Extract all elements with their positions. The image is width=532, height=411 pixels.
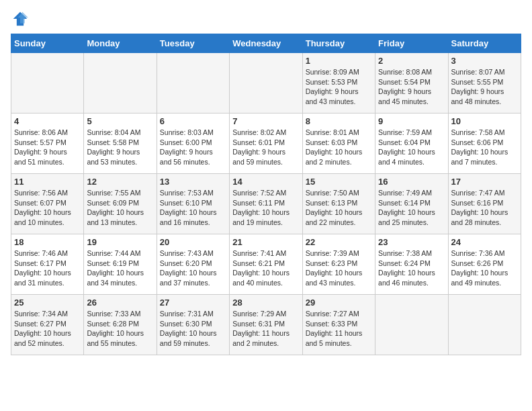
day-number: 9 xyxy=(378,116,445,126)
day-info: Sunrise: 8:08 AMSunset: 5:54 PMDaylight:… xyxy=(378,67,445,107)
calendar-cell: 22Sunrise: 7:39 AMSunset: 6:23 PMDayligh… xyxy=(302,234,375,295)
logo-icon xyxy=(12,11,28,27)
logo xyxy=(11,11,28,27)
calendar-cell: 20Sunrise: 7:43 AMSunset: 6:20 PMDayligh… xyxy=(157,234,229,295)
day-number: 8 xyxy=(306,116,372,126)
week-row-1: 1Sunrise: 8:09 AMSunset: 5:53 PMDaylight… xyxy=(11,53,521,113)
week-row-4: 18Sunrise: 7:46 AMSunset: 6:17 PMDayligh… xyxy=(11,234,521,295)
calendar-cell: 3Sunrise: 8:07 AMSunset: 5:55 PMDaylight… xyxy=(448,53,521,113)
day-info: Sunrise: 7:31 AMSunset: 6:30 PMDaylight:… xyxy=(160,309,226,349)
calendar-cell: 13Sunrise: 7:53 AMSunset: 6:10 PMDayligh… xyxy=(157,174,229,234)
day-info: Sunrise: 8:04 AMSunset: 5:58 PMDaylight:… xyxy=(87,128,153,167)
day-info: Sunrise: 7:53 AMSunset: 6:10 PMDaylight:… xyxy=(160,188,226,228)
day-number: 4 xyxy=(14,116,81,126)
calendar-cell xyxy=(84,53,157,113)
calendar-cell: 16Sunrise: 7:49 AMSunset: 6:14 PMDayligh… xyxy=(375,174,448,234)
day-number: 19 xyxy=(87,237,153,247)
calendar-cell xyxy=(157,53,229,113)
day-number: 6 xyxy=(160,116,226,126)
day-info: Sunrise: 8:01 AMSunset: 6:03 PMDaylight:… xyxy=(306,128,372,167)
calendar-cell xyxy=(375,295,448,355)
day-info: Sunrise: 7:29 AMSunset: 6:31 PMDaylight:… xyxy=(232,309,299,349)
calendar-cell: 1Sunrise: 8:09 AMSunset: 5:53 PMDaylight… xyxy=(302,53,375,113)
day-info: Sunrise: 7:44 AMSunset: 6:19 PMDaylight:… xyxy=(87,248,153,288)
day-info: Sunrise: 8:02 AMSunset: 6:01 PMDaylight:… xyxy=(232,128,299,167)
day-info: Sunrise: 8:03 AMSunset: 6:00 PMDaylight:… xyxy=(160,128,226,167)
calendar-cell: 19Sunrise: 7:44 AMSunset: 6:19 PMDayligh… xyxy=(84,234,157,295)
calendar-table: SundayMondayTuesdayWednesdayThursdayFrid… xyxy=(11,34,521,355)
calendar-cell: 29Sunrise: 7:27 AMSunset: 6:33 PMDayligh… xyxy=(302,295,375,355)
day-number: 11 xyxy=(14,177,81,187)
calendar-cell: 8Sunrise: 8:01 AMSunset: 6:03 PMDaylight… xyxy=(302,113,375,174)
day-info: Sunrise: 7:50 AMSunset: 6:13 PMDaylight:… xyxy=(306,188,372,228)
header xyxy=(11,11,521,27)
day-number: 7 xyxy=(232,116,299,126)
day-info: Sunrise: 7:56 AMSunset: 6:07 PMDaylight:… xyxy=(14,188,81,228)
day-info: Sunrise: 7:33 AMSunset: 6:28 PMDaylight:… xyxy=(87,309,153,349)
calendar-cell: 21Sunrise: 7:41 AMSunset: 6:21 PMDayligh… xyxy=(230,234,302,295)
header-day-friday: Friday xyxy=(375,34,448,53)
day-info: Sunrise: 7:27 AMSunset: 6:33 PMDaylight:… xyxy=(306,309,372,349)
calendar-cell: 7Sunrise: 8:02 AMSunset: 6:01 PMDaylight… xyxy=(230,113,302,174)
header-row: SundayMondayTuesdayWednesdayThursdayFrid… xyxy=(11,34,521,53)
day-info: Sunrise: 7:49 AMSunset: 6:14 PMDaylight:… xyxy=(378,188,445,228)
calendar-cell: 25Sunrise: 7:34 AMSunset: 6:27 PMDayligh… xyxy=(11,295,84,355)
day-number: 21 xyxy=(232,237,299,247)
calendar-cell xyxy=(230,53,302,113)
calendar-cell: 12Sunrise: 7:55 AMSunset: 6:09 PMDayligh… xyxy=(84,174,157,234)
day-info: Sunrise: 7:55 AMSunset: 6:09 PMDaylight:… xyxy=(87,188,153,228)
week-row-2: 4Sunrise: 8:06 AMSunset: 5:57 PMDaylight… xyxy=(11,113,521,174)
day-number: 10 xyxy=(451,116,518,126)
day-info: Sunrise: 8:07 AMSunset: 5:55 PMDaylight:… xyxy=(451,67,518,107)
calendar-cell: 17Sunrise: 7:47 AMSunset: 6:16 PMDayligh… xyxy=(448,174,521,234)
header-day-thursday: Thursday xyxy=(302,34,375,53)
day-info: Sunrise: 7:41 AMSunset: 6:21 PMDaylight:… xyxy=(232,248,299,288)
day-info: Sunrise: 7:59 AMSunset: 6:04 PMDaylight:… xyxy=(378,128,445,167)
header-day-wednesday: Wednesday xyxy=(230,34,302,53)
day-number: 12 xyxy=(87,177,153,187)
day-number: 29 xyxy=(306,298,372,308)
calendar-cell: 6Sunrise: 8:03 AMSunset: 6:00 PMDaylight… xyxy=(157,113,229,174)
day-number: 18 xyxy=(14,237,81,247)
day-info: Sunrise: 7:39 AMSunset: 6:23 PMDaylight:… xyxy=(306,248,372,288)
day-number: 14 xyxy=(232,177,299,187)
day-number: 22 xyxy=(306,237,372,247)
day-info: Sunrise: 7:43 AMSunset: 6:20 PMDaylight:… xyxy=(160,248,226,288)
calendar-cell: 24Sunrise: 7:36 AMSunset: 6:26 PMDayligh… xyxy=(448,234,521,295)
calendar-cell: 9Sunrise: 7:59 AMSunset: 6:04 PMDaylight… xyxy=(375,113,448,174)
calendar-cell: 15Sunrise: 7:50 AMSunset: 6:13 PMDayligh… xyxy=(302,174,375,234)
day-number: 2 xyxy=(378,56,445,66)
day-number: 15 xyxy=(306,177,372,187)
week-row-5: 25Sunrise: 7:34 AMSunset: 6:27 PMDayligh… xyxy=(11,295,521,355)
calendar-cell: 28Sunrise: 7:29 AMSunset: 6:31 PMDayligh… xyxy=(230,295,302,355)
header-day-tuesday: Tuesday xyxy=(157,34,229,53)
day-number: 27 xyxy=(160,298,226,308)
day-info: Sunrise: 8:09 AMSunset: 5:53 PMDaylight:… xyxy=(306,67,372,107)
week-row-3: 11Sunrise: 7:56 AMSunset: 6:07 PMDayligh… xyxy=(11,174,521,234)
day-number: 5 xyxy=(87,116,153,126)
day-number: 23 xyxy=(378,237,445,247)
day-info: Sunrise: 7:52 AMSunset: 6:11 PMDaylight:… xyxy=(232,188,299,228)
day-number: 1 xyxy=(306,56,372,66)
day-info: Sunrise: 7:46 AMSunset: 6:17 PMDaylight:… xyxy=(14,248,81,288)
day-number: 25 xyxy=(14,298,81,308)
header-day-saturday: Saturday xyxy=(448,34,521,53)
calendar-cell xyxy=(448,295,521,355)
day-number: 24 xyxy=(451,237,518,247)
day-info: Sunrise: 7:34 AMSunset: 6:27 PMDaylight:… xyxy=(14,309,81,349)
day-number: 28 xyxy=(232,298,299,308)
calendar-cell: 2Sunrise: 8:08 AMSunset: 5:54 PMDaylight… xyxy=(375,53,448,113)
day-number: 16 xyxy=(378,177,445,187)
day-info: Sunrise: 8:06 AMSunset: 5:57 PMDaylight:… xyxy=(14,128,81,167)
day-info: Sunrise: 7:58 AMSunset: 6:06 PMDaylight:… xyxy=(451,128,518,167)
calendar-cell: 26Sunrise: 7:33 AMSunset: 6:28 PMDayligh… xyxy=(84,295,157,355)
calendar-cell: 23Sunrise: 7:38 AMSunset: 6:24 PMDayligh… xyxy=(375,234,448,295)
header-day-sunday: Sunday xyxy=(11,34,84,53)
day-number: 20 xyxy=(160,237,226,247)
day-number: 17 xyxy=(451,177,518,187)
calendar-cell: 11Sunrise: 7:56 AMSunset: 6:07 PMDayligh… xyxy=(11,174,84,234)
calendar-cell xyxy=(11,53,84,113)
day-info: Sunrise: 7:47 AMSunset: 6:16 PMDaylight:… xyxy=(451,188,518,228)
calendar-cell: 14Sunrise: 7:52 AMSunset: 6:11 PMDayligh… xyxy=(230,174,302,234)
calendar-cell: 4Sunrise: 8:06 AMSunset: 5:57 PMDaylight… xyxy=(11,113,84,174)
